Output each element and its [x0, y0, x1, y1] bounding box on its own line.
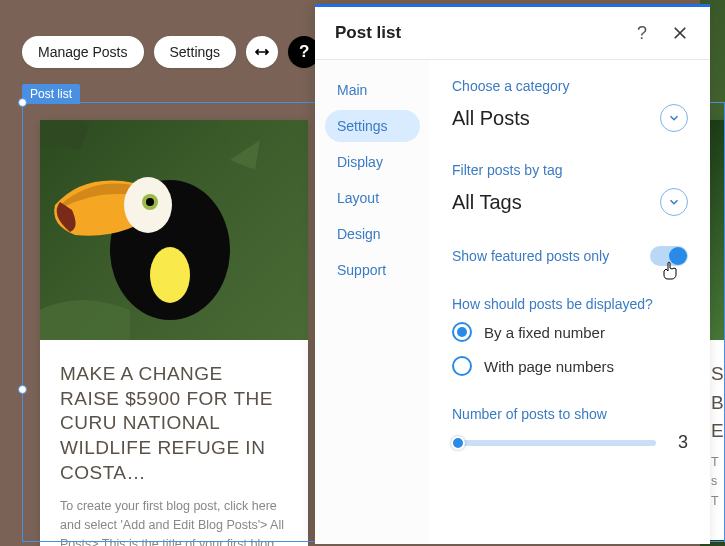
selection-handle[interactable]	[18, 385, 27, 394]
settings-panel: Post list ? Main Settings Display Layout…	[315, 4, 710, 544]
tag-value: All Tags	[452, 191, 522, 214]
post-image	[40, 120, 308, 340]
panel-title: Post list	[335, 23, 401, 43]
category-dropdown-button[interactable]	[660, 104, 688, 132]
post-count-value: 3	[672, 432, 688, 453]
post-excerpt: To create your first blog post, click he…	[60, 497, 288, 546]
radio-icon	[452, 322, 472, 342]
featured-section: Show featured posts only	[452, 246, 688, 266]
nav-item-layout[interactable]: Layout	[325, 182, 420, 214]
svg-point-4	[150, 247, 190, 303]
nav-item-design[interactable]: Design	[325, 218, 420, 250]
nav-item-display[interactable]: Display	[325, 146, 420, 178]
selection-handle[interactable]	[18, 98, 27, 107]
selection-label: Post list	[22, 84, 80, 104]
tag-section: Filter posts by tag All Tags	[452, 162, 688, 216]
manage-posts-button[interactable]: Manage Posts	[22, 36, 144, 68]
post-count-label: Number of posts to show	[452, 406, 688, 422]
post-title: MAKE A CHANGE RAISE $5900 FOR THE CURU N…	[60, 362, 288, 485]
radio-page-numbers[interactable]: With page numbers	[452, 356, 688, 376]
category-section: Choose a category All Posts	[452, 78, 688, 132]
settings-button[interactable]: Settings	[154, 36, 237, 68]
slider-thumb[interactable]	[451, 436, 465, 450]
radio-label: With page numbers	[484, 358, 614, 375]
featured-label: Show featured posts only	[452, 248, 609, 264]
radio-fixed-number[interactable]: By a fixed number	[452, 322, 688, 342]
display-mode-label: How should posts be displayed?	[452, 296, 688, 312]
editor-toolbar: Manage Posts Settings ?	[22, 36, 320, 68]
category-value: All Posts	[452, 107, 530, 130]
panel-content: Choose a category All Posts Filter posts…	[430, 60, 710, 544]
panel-nav: Main Settings Display Layout Design Supp…	[315, 60, 430, 544]
stretch-icon[interactable]	[246, 36, 278, 68]
tag-dropdown-button[interactable]	[660, 188, 688, 216]
nav-item-settings[interactable]: Settings	[325, 110, 420, 142]
toggle-knob	[669, 247, 687, 265]
svg-point-3	[146, 198, 154, 206]
panel-header: Post list ?	[315, 7, 710, 60]
panel-help-icon[interactable]: ?	[632, 23, 652, 43]
radio-label: By a fixed number	[484, 324, 605, 341]
post-card[interactable]: MAKE A CHANGE RAISE $5900 FOR THE CURU N…	[40, 120, 308, 546]
nav-item-support[interactable]: Support	[325, 254, 420, 286]
tag-label: Filter posts by tag	[452, 162, 688, 178]
category-label: Choose a category	[452, 78, 688, 94]
radio-icon	[452, 356, 472, 376]
post-body: MAKE A CHANGE RAISE $5900 FOR THE CURU N…	[40, 340, 308, 546]
close-icon[interactable]	[670, 23, 690, 43]
nav-item-main[interactable]: Main	[325, 74, 420, 106]
featured-toggle[interactable]	[650, 246, 688, 266]
display-mode-section: How should posts be displayed? By a fixe…	[452, 296, 688, 376]
post-count-section: Number of posts to show 3	[452, 406, 688, 453]
post-count-slider[interactable]	[452, 440, 656, 446]
